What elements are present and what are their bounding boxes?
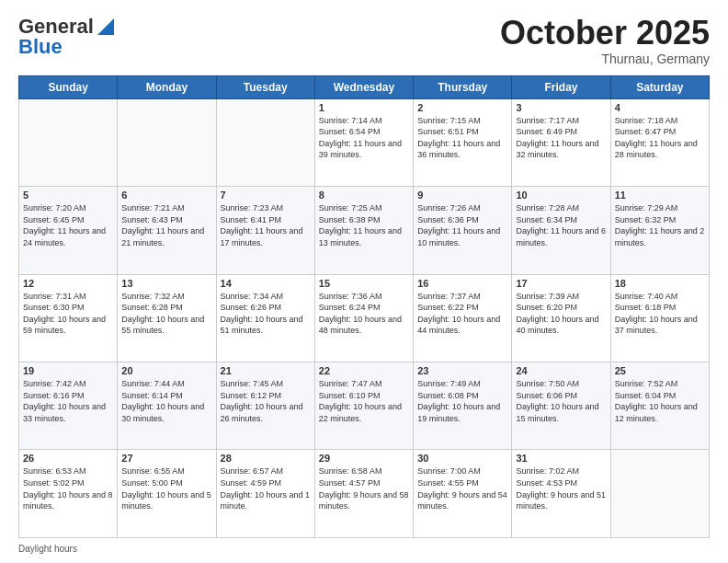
- day-info: Sunrise: 7:34 AM Sunset: 6:26 PM Dayligh…: [221, 291, 311, 337]
- calendar-cell: 23Sunrise: 7:49 AM Sunset: 6:08 PM Dayli…: [414, 362, 512, 450]
- calendar-cell: [118, 98, 216, 186]
- day-info: Sunrise: 7:14 AM Sunset: 6:54 PM Dayligh…: [319, 115, 409, 161]
- day-info: Sunrise: 7:02 AM Sunset: 4:53 PM Dayligh…: [516, 465, 606, 511]
- calendar-cell: 22Sunrise: 7:47 AM Sunset: 6:10 PM Dayli…: [314, 362, 413, 450]
- month-title: October 2025: [500, 15, 710, 52]
- day-info: Sunrise: 6:55 AM Sunset: 5:00 PM Dayligh…: [121, 465, 211, 511]
- day-number: 7: [221, 190, 311, 201]
- day-info: Sunrise: 7:44 AM Sunset: 6:14 PM Dayligh…: [121, 378, 211, 424]
- calendar-cell: 17Sunrise: 7:39 AM Sunset: 6:20 PM Dayli…: [512, 274, 610, 362]
- calendar-cell: 14Sunrise: 7:34 AM Sunset: 6:26 PM Dayli…: [216, 274, 314, 362]
- day-info: Sunrise: 7:52 AM Sunset: 6:04 PM Dayligh…: [615, 378, 705, 424]
- svg-marker-0: [97, 18, 114, 35]
- day-number: 30: [417, 453, 507, 464]
- day-info: Sunrise: 7:15 AM Sunset: 6:51 PM Dayligh…: [417, 115, 507, 161]
- day-number: 22: [319, 365, 409, 376]
- day-info: Sunrise: 7:28 AM Sunset: 6:34 PM Dayligh…: [516, 202, 606, 248]
- day-info: Sunrise: 7:00 AM Sunset: 4:55 PM Dayligh…: [417, 465, 507, 511]
- day-number: 4: [615, 102, 705, 113]
- calendar-cell: 3Sunrise: 7:17 AM Sunset: 6:49 PM Daylig…: [512, 98, 610, 186]
- calendar-cell: 20Sunrise: 7:44 AM Sunset: 6:14 PM Dayli…: [118, 362, 216, 450]
- day-info: Sunrise: 7:45 AM Sunset: 6:12 PM Dayligh…: [221, 378, 311, 424]
- logo-triangle-icon: [97, 18, 114, 35]
- day-number: 2: [417, 102, 507, 113]
- day-info: Sunrise: 7:21 AM Sunset: 6:43 PM Dayligh…: [121, 202, 211, 248]
- day-info: Sunrise: 7:26 AM Sunset: 6:36 PM Dayligh…: [417, 202, 507, 248]
- day-number: 16: [417, 278, 507, 289]
- calendar-cell: 7Sunrise: 7:23 AM Sunset: 6:41 PM Daylig…: [216, 187, 314, 274]
- title-block: October 2025 Thurnau, Germany: [500, 15, 710, 66]
- day-number: 5: [23, 190, 113, 201]
- day-number: 23: [417, 365, 507, 376]
- calendar-cell: 5Sunrise: 7:20 AM Sunset: 6:45 PM Daylig…: [19, 187, 118, 274]
- calendar-cell: 11Sunrise: 7:29 AM Sunset: 6:32 PM Dayli…: [610, 187, 709, 274]
- day-number: 17: [516, 278, 606, 289]
- calendar-week-row: 5Sunrise: 7:20 AM Sunset: 6:45 PM Daylig…: [19, 187, 710, 274]
- calendar-cell: 9Sunrise: 7:26 AM Sunset: 6:36 PM Daylig…: [414, 187, 512, 274]
- day-info: Sunrise: 7:17 AM Sunset: 6:49 PM Dayligh…: [516, 115, 606, 161]
- day-number: 25: [615, 365, 705, 376]
- day-info: Sunrise: 7:37 AM Sunset: 6:22 PM Dayligh…: [417, 291, 507, 337]
- col-friday: Friday: [512, 75, 610, 98]
- calendar-week-row: 12Sunrise: 7:31 AM Sunset: 6:30 PM Dayli…: [19, 274, 710, 362]
- col-wednesday: Wednesday: [314, 75, 413, 98]
- day-number: 19: [23, 365, 113, 376]
- col-saturday: Saturday: [610, 75, 709, 98]
- calendar-cell: 26Sunrise: 6:53 AM Sunset: 5:02 PM Dayli…: [19, 450, 118, 538]
- day-info: Sunrise: 7:39 AM Sunset: 6:20 PM Dayligh…: [516, 291, 606, 337]
- day-info: Sunrise: 7:29 AM Sunset: 6:32 PM Dayligh…: [615, 202, 705, 248]
- col-tuesday: Tuesday: [216, 75, 314, 98]
- day-info: Sunrise: 7:36 AM Sunset: 6:24 PM Dayligh…: [319, 291, 409, 337]
- col-monday: Monday: [118, 75, 216, 98]
- footer: Daylight hours: [18, 544, 710, 554]
- day-info: Sunrise: 6:58 AM Sunset: 4:57 PM Dayligh…: [319, 465, 409, 511]
- calendar-cell: 21Sunrise: 7:45 AM Sunset: 6:12 PM Dayli…: [216, 362, 314, 450]
- calendar-cell: 24Sunrise: 7:50 AM Sunset: 6:06 PM Dayli…: [512, 362, 610, 450]
- day-info: Sunrise: 7:47 AM Sunset: 6:10 PM Dayligh…: [319, 378, 409, 424]
- calendar-week-row: 1Sunrise: 7:14 AM Sunset: 6:54 PM Daylig…: [19, 98, 710, 186]
- calendar-cell: 30Sunrise: 7:00 AM Sunset: 4:55 PM Dayli…: [414, 450, 512, 538]
- calendar-cell: 27Sunrise: 6:55 AM Sunset: 5:00 PM Dayli…: [118, 450, 216, 538]
- day-number: 12: [23, 278, 113, 289]
- calendar-cell: 29Sunrise: 6:58 AM Sunset: 4:57 PM Dayli…: [314, 450, 413, 538]
- calendar-cell: [610, 450, 709, 538]
- calendar-cell: 31Sunrise: 7:02 AM Sunset: 4:53 PM Dayli…: [512, 450, 610, 538]
- logo: General Blue: [18, 15, 114, 59]
- logo-blue-text: Blue: [18, 35, 63, 59]
- day-info: Sunrise: 7:40 AM Sunset: 6:18 PM Dayligh…: [615, 291, 705, 337]
- calendar-cell: 1Sunrise: 7:14 AM Sunset: 6:54 PM Daylig…: [314, 98, 413, 186]
- calendar-table: Sunday Monday Tuesday Wednesday Thursday…: [18, 75, 710, 538]
- day-number: 24: [516, 365, 606, 376]
- day-number: 8: [319, 190, 409, 201]
- header: General Blue October 2025 Thurnau, Germa…: [18, 15, 710, 66]
- day-number: 1: [319, 102, 409, 113]
- calendar-cell: 15Sunrise: 7:36 AM Sunset: 6:24 PM Dayli…: [314, 274, 413, 362]
- day-number: 18: [615, 278, 705, 289]
- day-info: Sunrise: 7:25 AM Sunset: 6:38 PM Dayligh…: [319, 202, 409, 248]
- day-number: 29: [319, 453, 409, 464]
- day-info: Sunrise: 7:31 AM Sunset: 6:30 PM Dayligh…: [23, 291, 113, 337]
- day-number: 21: [221, 365, 311, 376]
- calendar-cell: 12Sunrise: 7:31 AM Sunset: 6:30 PM Dayli…: [19, 274, 118, 362]
- day-number: 15: [319, 278, 409, 289]
- day-number: 20: [121, 365, 211, 376]
- day-number: 28: [221, 453, 311, 464]
- calendar-cell: 13Sunrise: 7:32 AM Sunset: 6:28 PM Dayli…: [118, 274, 216, 362]
- day-info: Sunrise: 7:50 AM Sunset: 6:06 PM Dayligh…: [516, 378, 606, 424]
- calendar-cell: 16Sunrise: 7:37 AM Sunset: 6:22 PM Dayli…: [414, 274, 512, 362]
- day-info: Sunrise: 7:42 AM Sunset: 6:16 PM Dayligh…: [23, 378, 113, 424]
- calendar-week-row: 19Sunrise: 7:42 AM Sunset: 6:16 PM Dayli…: [19, 362, 710, 450]
- calendar-cell: 10Sunrise: 7:28 AM Sunset: 6:34 PM Dayli…: [512, 187, 610, 274]
- calendar-cell: 6Sunrise: 7:21 AM Sunset: 6:43 PM Daylig…: [118, 187, 216, 274]
- calendar-cell: 28Sunrise: 6:57 AM Sunset: 4:59 PM Dayli…: [216, 450, 314, 538]
- day-info: Sunrise: 7:20 AM Sunset: 6:45 PM Dayligh…: [23, 202, 113, 248]
- calendar-cell: 25Sunrise: 7:52 AM Sunset: 6:04 PM Dayli…: [610, 362, 709, 450]
- col-thursday: Thursday: [414, 75, 512, 98]
- daylight-label: Daylight hours: [18, 544, 77, 554]
- day-number: 9: [417, 190, 507, 201]
- calendar-header-row: Sunday Monday Tuesday Wednesday Thursday…: [19, 75, 710, 98]
- day-number: 27: [121, 453, 211, 464]
- calendar-cell: [216, 98, 314, 186]
- day-number: 10: [516, 190, 606, 201]
- day-info: Sunrise: 6:57 AM Sunset: 4:59 PM Dayligh…: [221, 465, 311, 511]
